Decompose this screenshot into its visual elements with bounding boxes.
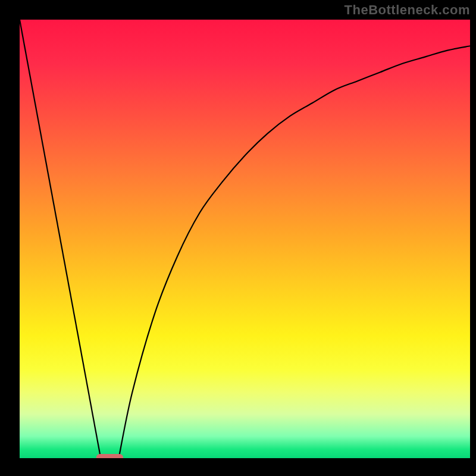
left-falling-line — [20, 20, 101, 458]
chart-frame: TheBottleneck.com — [0, 0, 476, 476]
plot-area — [20, 20, 470, 458]
right-rising-curve — [119, 46, 470, 458]
curves-svg — [20, 20, 470, 458]
bottom-axis-strip — [0, 458, 476, 476]
optimal-point-marker — [96, 454, 123, 458]
watermark-text: TheBottleneck.com — [345, 2, 470, 18]
